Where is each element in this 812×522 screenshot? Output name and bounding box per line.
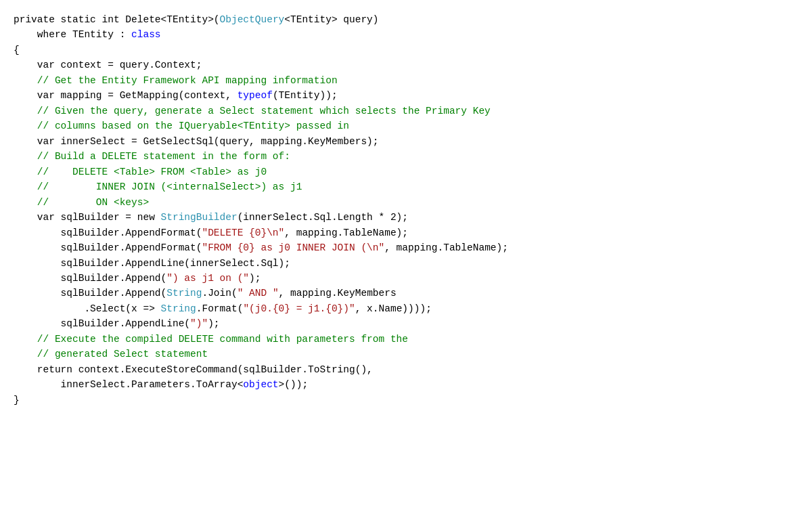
code-line: .Select(x => String.Format("(j0.{0} = j1… [14, 301, 798, 316]
code-block: private static int Delete<TEntity>(Objec… [14, 12, 798, 408]
code-line: // Execute the compiled DELETE command w… [14, 332, 798, 347]
code-line: var context = query.Context; [14, 58, 798, 72]
code-line: sqlBuilder.AppendFormat("DELETE {0}\n", … [14, 225, 798, 240]
code-line: sqlBuilder.Append(") as j1 on ("); [14, 271, 798, 286]
code-line: return context.ExecuteStoreCommand(sqlBu… [14, 362, 798, 377]
code-line: // INNER JOIN (<internalSelect>) as j1 [14, 179, 798, 194]
code-line: sqlBuilder.Append(String.Join(" AND ", m… [14, 286, 798, 301]
code-line: } [14, 393, 798, 408]
code-line: // columns based on the IQueryable<TEnti… [14, 118, 798, 133]
code-line: // DELETE <Table> FROM <Table> as j0 [14, 165, 798, 179]
code-line: private static int Delete<TEntity>(Objec… [14, 12, 798, 27]
code-line: // Given the query, generate a Select st… [14, 104, 798, 118]
code-line: // Get the Entity Framework API mapping … [14, 73, 798, 88]
code-line: sqlBuilder.AppendFormat("FROM {0} as j0 … [14, 240, 798, 255]
code-line: // Build a DELETE statement in the form … [14, 149, 798, 164]
code-line: sqlBuilder.AppendLine(")"); [14, 316, 798, 331]
code-line: { [14, 43, 798, 58]
code-line: sqlBuilder.AppendLine(innerSelect.Sql); [14, 256, 798, 271]
code-line: // ON <keys> [14, 195, 798, 210]
code-line: var sqlBuilder = new StringBuilder(inner… [14, 210, 798, 225]
code-line: var mapping = GetMapping(context, typeof… [14, 88, 798, 103]
code-line: where TEntity : class [14, 27, 798, 42]
code-line: innerSelect.Parameters.ToArray<object>()… [14, 377, 798, 392]
code-container: private static int Delete<TEntity>(Objec… [0, 0, 812, 522]
code-line: // generated Select statement [14, 347, 798, 362]
code-line: var innerSelect = GetSelectSql(query, ma… [14, 134, 798, 149]
